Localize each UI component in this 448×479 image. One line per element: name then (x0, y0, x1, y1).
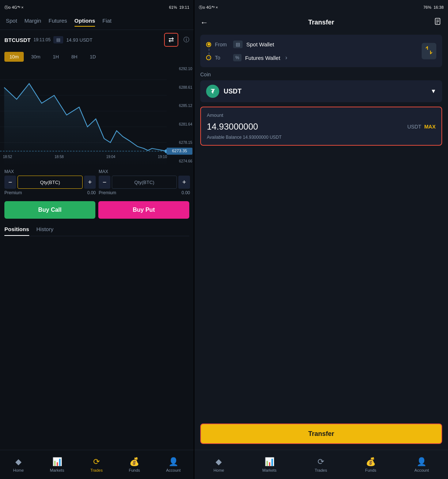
amount-value[interactable]: 14.93000000 (207, 122, 258, 132)
buy-put-button[interactable]: Buy Put (98, 201, 189, 219)
to-percent-icon: % (233, 54, 242, 61)
network-icon-left: ⓗo 4G⁴ᵍ × (4, 5, 23, 10)
chart-container: 6273.35 6292.10 6288.61 6285.12 6281.64 … (0, 64, 194, 166)
time-label-4: 19:10 (158, 155, 167, 159)
home-icon: ◆ (15, 457, 22, 467)
to-row[interactable]: To % Futures Wallet › (206, 54, 436, 61)
premium-label-right: Premium (99, 190, 116, 195)
ticker-bar: BTCUSDT 19:11:05 ▤ 14.93 USDT ⇄ ⓘ (0, 30, 194, 50)
tab-positions[interactable]: Positions (4, 226, 29, 236)
bottom-nav-right: ◆ Home 📊 Markets ⟳ Trades 💰 Funds 👤 Acco… (194, 450, 448, 479)
nav-markets-label: Markets (50, 468, 64, 472)
status-icons-right: ⓗo 4G⁴ᵍ × (199, 5, 218, 10)
doc-button[interactable] (434, 18, 442, 27)
amount-row: 14.93000000 USDT MAX (207, 122, 436, 132)
qty-plus-right[interactable]: + (178, 176, 190, 189)
tab-history[interactable]: History (37, 226, 54, 236)
nav-trades[interactable]: ⟳ Trades (90, 457, 103, 472)
premium-val-left: 0.00 (87, 190, 96, 195)
usdt-icon: ₮ (206, 85, 219, 98)
nav-markets-right[interactable]: 📊 Markets (262, 457, 277, 472)
swap-updown-button[interactable] (422, 43, 436, 59)
transfer-title: Transfer (208, 19, 434, 26)
time-tab-10m[interactable]: 10m (4, 52, 24, 62)
from-radio (206, 42, 211, 47)
amount-section: Amount 14.93000000 USDT MAX Available Ba… (200, 107, 442, 146)
updown-arrows-icon (425, 46, 433, 54)
price-label-5: 6278.15 (171, 141, 192, 145)
info-icon[interactable]: ⓘ (183, 36, 189, 44)
amount-currency: USDT (407, 124, 421, 130)
nav-markets[interactable]: 📊 Markets (50, 457, 64, 472)
dropdown-arrow-icon: ▼ (430, 88, 436, 95)
time-tab-8h[interactable]: 8H (66, 52, 83, 62)
markets-icon-right: 📊 (265, 457, 274, 467)
avail-currency: USDT (270, 135, 282, 140)
max-button[interactable]: MAX (424, 124, 436, 130)
ticker-price-box: ▤ (53, 36, 63, 43)
buy-call-button[interactable]: Buy Call (4, 201, 95, 219)
nav-trades-label-right: Trades (315, 468, 327, 472)
nav-trades-right[interactable]: ⟳ Trades (315, 457, 327, 472)
to-wallet-name: Futures Wallet (245, 55, 280, 61)
markets-icon: 📊 (52, 457, 62, 467)
chart-price-labels: 6292.10 6288.61 6285.12 6281.64 6278.15 … (170, 64, 194, 166)
bottom-nav-left: ◆ Home 📊 Markets ⟳ Trades 💰 Funds 👤 Acco… (0, 450, 194, 479)
battery-left: 61% (169, 5, 177, 9)
max-label-left: MAX (4, 169, 96, 174)
nav-account[interactable]: 👤 Account (166, 457, 181, 472)
qty-row-right: − + (99, 176, 190, 189)
nav-tabs: Spot Margin Futures Options Fiat (0, 15, 194, 30)
nav-account-right[interactable]: 👤 Account (414, 457, 429, 472)
chart-time-labels: 18:52 18:58 19:04 19:10 (0, 155, 170, 159)
nav-home[interactable]: ◆ Home (13, 457, 24, 472)
tab-spot[interactable]: Spot (6, 18, 17, 27)
svg-marker-5 (4, 84, 167, 166)
price-label-3: 6285.12 (171, 104, 192, 108)
left-panel: ⓗo 4G⁴ᵍ × 61% 19:11 Spot Margin Futures … (0, 0, 194, 479)
time-label-1: 18:52 (3, 155, 12, 159)
tab-futures[interactable]: Futures (49, 18, 67, 27)
tab-options[interactable]: Options (75, 18, 95, 27)
battery-right: 76% (423, 5, 431, 9)
time-label-2: 18:58 (54, 155, 64, 159)
from-wallet-name: Spot Wallet (246, 41, 274, 47)
qty-minus-left[interactable]: − (4, 176, 16, 189)
funds-icon-right: 💰 (366, 457, 376, 467)
time-left: 19:11 (179, 5, 189, 9)
nav-funds[interactable]: 💰 Funds (129, 457, 140, 472)
tab-fiat[interactable]: Fiat (102, 18, 111, 27)
nav-home-right[interactable]: ◆ Home (213, 457, 224, 472)
transfer-button[interactable]: Transfer (200, 424, 442, 444)
coin-section: Coin ₮ USDT ▼ (194, 72, 448, 102)
back-button[interactable]: ← (200, 18, 208, 27)
qty-minus-right[interactable]: − (99, 176, 110, 189)
nav-funds-label: Funds (129, 468, 140, 472)
swap-icon-button[interactable]: ⇄ (164, 33, 178, 47)
qty-input-left[interactable] (18, 176, 83, 189)
price-label-2: 6288.61 (171, 85, 192, 89)
time-right: 16:38 (433, 5, 444, 9)
amount-label: Amount (207, 112, 436, 118)
premium-row-right: Premium 0.00 (99, 190, 190, 195)
coin-selector[interactable]: ₮ USDT ▼ (200, 80, 442, 102)
time-tab-30m[interactable]: 30m (26, 52, 45, 62)
price-label-4: 6281.64 (171, 122, 192, 126)
qty-plus-left[interactable]: + (84, 176, 96, 189)
nav-funds-right[interactable]: 💰 Funds (365, 457, 376, 472)
tab-margin[interactable]: Margin (24, 18, 41, 27)
time-tab-1h[interactable]: 1H (48, 52, 64, 62)
account-icon-right: 👤 (417, 457, 426, 467)
time-label-3: 19:04 (106, 155, 115, 159)
nav-account-label: Account (166, 468, 181, 472)
positions-section: Positions History (0, 222, 194, 236)
nav-home-label-right: Home (213, 468, 224, 472)
nav-trades-label: Trades (90, 468, 103, 472)
status-right-left: 61% 19:11 (169, 5, 189, 9)
qty-input-right[interactable] (112, 176, 177, 189)
premium-val-right: 0.00 (182, 190, 190, 195)
network-icon-right: ⓗo 4G⁴ᵍ × (199, 5, 218, 10)
ticker-time: 19:11:05 (34, 37, 51, 42)
time-tab-1d[interactable]: 1D (85, 52, 101, 62)
usdt-symbol: ₮ (211, 88, 214, 95)
